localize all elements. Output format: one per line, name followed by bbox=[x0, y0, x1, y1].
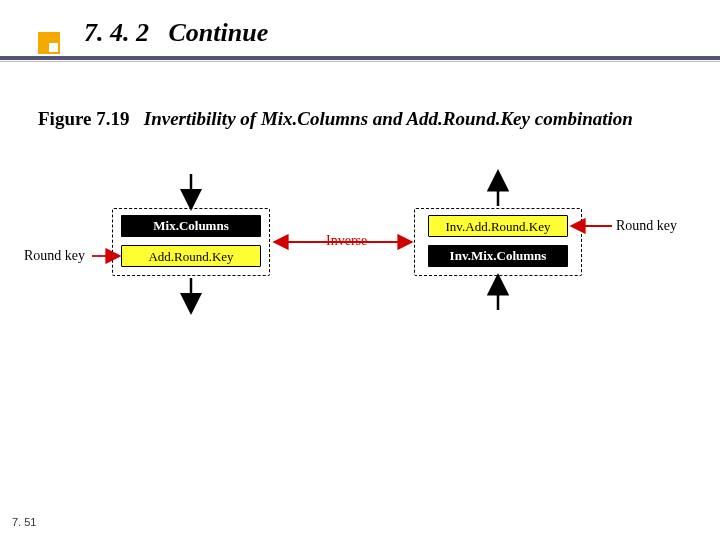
page-number: 7. 51 bbox=[12, 516, 36, 528]
label-inverse: Inverse bbox=[326, 233, 367, 249]
header-rule-thick bbox=[0, 56, 720, 60]
figure-caption: Figure 7.19 Invertibility of Mix.Columns… bbox=[38, 108, 633, 130]
section-word: Continue bbox=[169, 18, 269, 47]
diagram-arrows bbox=[0, 160, 720, 360]
label-roundkey-right: Round key bbox=[616, 218, 677, 234]
header-bullet-icon bbox=[38, 32, 60, 54]
figure-title: Invertibility of Mix.Columns and Add.Rou… bbox=[144, 108, 633, 129]
section-number: 7. 4. 2 bbox=[84, 18, 149, 47]
header-rule-thin bbox=[0, 61, 720, 62]
label-roundkey-left: Round key bbox=[24, 248, 85, 264]
step-mixcolumns: Mix.Columns bbox=[121, 215, 261, 237]
step-invmixcolumns: Inv.Mix.Columns bbox=[428, 245, 568, 267]
diagram: Mix.Columns Add.Round.Key Inv.Add.Round.… bbox=[0, 160, 720, 360]
step-invaddroundkey: Inv.Add.Round.Key bbox=[428, 215, 568, 237]
step-addroundkey: Add.Round.Key bbox=[121, 245, 261, 267]
figure-label: Figure 7.19 bbox=[38, 108, 129, 129]
section-title: 7. 4. 2 Continue bbox=[84, 18, 268, 48]
